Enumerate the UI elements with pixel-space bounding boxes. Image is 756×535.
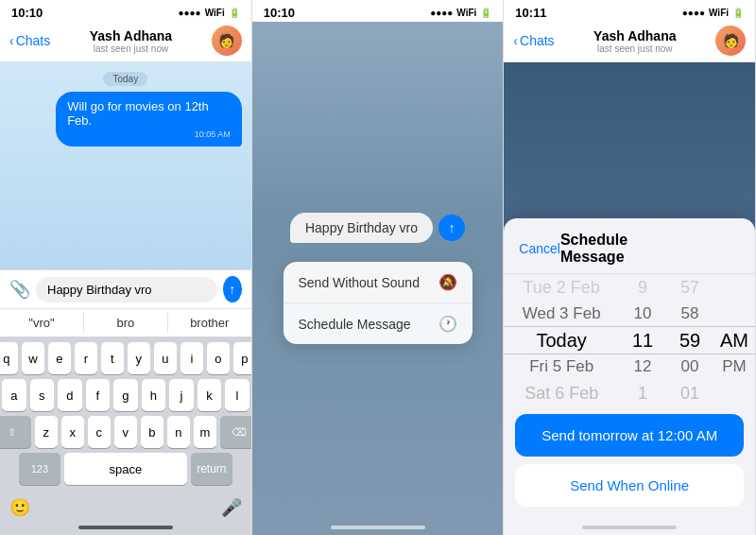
send-button-2[interactable]: ↑ <box>438 215 465 241</box>
wifi-icon-2: WiFi <box>456 8 476 18</box>
picker-day-0: Tue 2 Feb <box>504 274 619 301</box>
ctx-send-without-sound[interactable]: Send Without Sound 🔕 <box>284 262 472 303</box>
home-bar-1 <box>0 520 251 535</box>
key-v[interactable]: v <box>114 416 137 448</box>
picker-min-3: 00 <box>666 354 713 380</box>
emoji-row: 🙂 🎤 <box>0 493 251 520</box>
time-picker[interactable]: Tue 2 Feb Wed 3 Feb Today Fri 5 Feb Sat … <box>504 274 755 406</box>
battery-icon-2: 🔋 <box>480 8 491 18</box>
key-s[interactable]: s <box>30 379 55 411</box>
msg-bubble-sent: Will go for movies on 12th Feb. 10:05 AM <box>0 92 251 152</box>
key-o[interactable]: o <box>207 342 230 374</box>
contact-status-1: last seen just now <box>94 43 169 54</box>
status-icons-2: ●●●● WiFi 🔋 <box>430 8 491 18</box>
key-e[interactable]: e <box>48 342 71 374</box>
battery-icon: 🔋 <box>229 8 240 18</box>
key-return[interactable]: return <box>191 453 232 485</box>
picker-min-1: 58 <box>666 301 713 327</box>
mute-icon: 🔕 <box>438 273 457 291</box>
back-label-3[interactable]: Chats <box>520 33 555 48</box>
key-n[interactable]: n <box>167 416 190 448</box>
picker-min-4: 01 <box>666 380 713 406</box>
cancel-button[interactable]: Cancel <box>519 241 560 256</box>
key-123[interactable]: 123 <box>19 453 60 485</box>
key-r[interactable]: r <box>75 342 97 374</box>
panel2-bubble: Happy Birthday vro <box>290 213 433 243</box>
status-time-2: 10:10 <box>264 6 295 20</box>
emoji-icon[interactable]: 🙂 <box>9 497 30 518</box>
back-button-1[interactable]: ‹ Chats <box>9 33 50 48</box>
key-w[interactable]: w <box>22 342 44 374</box>
key-f[interactable]: f <box>86 379 111 411</box>
key-c[interactable]: c <box>88 416 111 448</box>
picker-hour-1: 10 <box>619 301 666 327</box>
status-bar-1: 10:10 ●●●● WiFi 🔋 <box>0 0 251 22</box>
panel-3: 10:11 ●●●● WiFi 🔋 ‹ Chats Yash Adhana la… <box>504 0 756 535</box>
picker-ampm-2: AM <box>713 327 755 354</box>
status-bar-2: 10:10 ●●●● WiFi 🔋 <box>252 0 504 22</box>
picker-col-hour[interactable]: 9 10 11 12 1 <box>619 274 666 406</box>
picker-ampm-1 <box>713 301 755 327</box>
autocomplete-bar: "vro" bro brother <box>0 308 251 337</box>
key-b[interactable]: b <box>141 416 163 448</box>
attach-icon[interactable]: 📎 <box>9 279 30 300</box>
send-button-1[interactable]: ↑ <box>223 276 242 302</box>
nav-center-1: Yash Adhana last seen just now <box>56 28 205 54</box>
autocomplete-bro[interactable]: bro <box>84 313 168 333</box>
key-z[interactable]: z <box>35 416 58 448</box>
key-q[interactable]: q <box>0 342 18 374</box>
ctx-schedule-message[interactable]: Schedule Message 🕐 <box>284 303 472 344</box>
key-shift[interactable]: ⇧ <box>0 416 31 448</box>
key-l[interactable]: l <box>225 379 249 411</box>
schedule-message-label: Schedule Message <box>299 317 411 332</box>
key-space[interactable]: space <box>64 453 187 485</box>
key-a[interactable]: a <box>2 379 26 411</box>
date-badge: Today <box>0 72 251 86</box>
picker-min-0: 57 <box>666 274 713 301</box>
panel-1: 10:10 ●●●● WiFi 🔋 ‹ Chats Yash Adhana la… <box>0 0 252 535</box>
battery-icon-3: 🔋 <box>732 8 744 18</box>
key-m[interactable]: m <box>194 416 216 448</box>
schedule-icon: 🕐 <box>438 315 457 333</box>
picker-col-day[interactable]: Tue 2 Feb Wed 3 Feb Today Fri 5 Feb Sat … <box>504 274 619 406</box>
status-icons-3: ●●●● WiFi 🔋 <box>682 8 744 18</box>
wifi-icon-3: WiFi <box>709 8 729 18</box>
key-x[interactable]: x <box>61 416 84 448</box>
key-y[interactable]: y <box>128 342 150 374</box>
msg-time: 10:05 AM <box>67 129 231 139</box>
key-i[interactable]: i <box>180 342 203 374</box>
schedule-sheet: Cancel Schedule Message Tue 2 Feb Wed 3 … <box>504 218 755 520</box>
status-time-1: 10:10 <box>11 6 43 20</box>
contact-status-3: last seen just now <box>597 43 673 54</box>
keyboard-1: q w e r t y u i o p a s d f g h j k l ⇧ … <box>0 337 251 493</box>
key-h[interactable]: h <box>142 379 166 411</box>
picker-col-minute[interactable]: 57 58 59 00 01 <box>666 274 713 406</box>
sheet-header: Cancel Schedule Message <box>504 218 755 274</box>
nav-center-3: Yash Adhana last seen just now <box>560 28 710 54</box>
message-input-1[interactable] <box>36 277 217 302</box>
picker-ampm-0 <box>713 274 755 301</box>
send-tomorrow-button[interactable]: Send tomorrow at 12:00 AM <box>515 414 744 457</box>
key-j[interactable]: j <box>169 379 194 411</box>
key-backspace[interactable]: ⌫ <box>220 416 252 448</box>
signal-icon-2: ●●●● <box>430 8 453 18</box>
sheet-title: Schedule Message <box>560 232 694 266</box>
send-when-online-button[interactable]: Send When Online <box>515 464 744 507</box>
key-u[interactable]: u <box>154 342 177 374</box>
key-k[interactable]: k <box>198 379 222 411</box>
home-bar-2 <box>331 526 425 529</box>
back-label-1[interactable]: Chats <box>16 33 51 48</box>
mic-icon[interactable]: 🎤 <box>221 497 242 518</box>
key-d[interactable]: d <box>58 379 82 411</box>
status-time-3: 10:11 <box>515 6 546 20</box>
kb-row-4: 123 space return <box>2 453 249 485</box>
autocomplete-vro[interactable]: "vro" <box>0 313 84 333</box>
key-g[interactable]: g <box>113 379 138 411</box>
autocomplete-brother[interactable]: brother <box>168 313 251 333</box>
kb-row-1: q w e r t y u i o p <box>2 342 249 374</box>
key-t[interactable]: t <box>101 342 124 374</box>
date-label: Today <box>103 72 147 86</box>
picker-col-ampm[interactable]: AM PM <box>713 274 755 406</box>
key-p[interactable]: p <box>233 342 252 374</box>
back-button-3[interactable]: ‹ Chats <box>513 33 554 48</box>
